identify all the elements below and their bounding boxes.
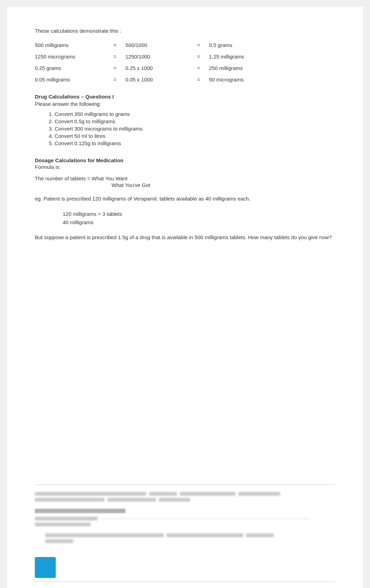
calc-row-4: 0.05 milligrams = 0.05 x 1000 = 50 micro… — [35, 77, 335, 83]
calc-row-3-col2: = — [105, 65, 125, 71]
calc-row-1: 500 milligrams = 500/1000 = 0.5 grams — [35, 42, 335, 48]
questions-title: Drug Calculations – Questions I — [35, 94, 335, 100]
calc-line-2: 40 milligrams — [63, 218, 335, 227]
calc-row-3-col1: 0.25 grams — [35, 65, 105, 71]
question-item-5: 5. Convert 0.125g to milligrams — [49, 140, 335, 146]
calc-row-1-col3: 500/1000 — [125, 42, 188, 48]
calc-row-1-col1: 500 milligrams — [35, 42, 105, 48]
questions-list: 1. Convert 350 milligrams to grams 2. Co… — [35, 111, 335, 146]
calc-row-4-col1: 0.05 milligrams — [35, 77, 105, 83]
formula-block: The number of tablets = What You Want Wh… — [35, 175, 335, 188]
calc-row-2-col4: = — [188, 54, 209, 60]
blurred-block-item — [35, 533, 335, 543]
questions-subtitle: Please answer the following: — [35, 101, 335, 107]
calc-row-1-col2: = — [105, 42, 125, 48]
question-item-4: 4. Convert 50 ml to litres — [49, 133, 335, 139]
questions-section: Drug Calculations – Questions I Please a… — [35, 94, 335, 146]
calc-row-2-col3: 1250/1000 — [125, 54, 188, 60]
suppose-text: But suppose a patient is prescribed 1.5g… — [35, 234, 335, 242]
dosage-title: Dosage Calculations for Medication — [35, 157, 335, 163]
calc-row-3-col4: = — [188, 65, 209, 71]
formula-line-1: The number of tablets = What You Want — [35, 175, 335, 181]
example-calc: 120 milligrams = 3 tablets 40 milligrams — [35, 210, 335, 227]
calculations-table: 500 milligrams = 500/1000 = 0.5 grams 12… — [35, 42, 335, 83]
question-item-2: 2. Convert 0.5g to milligrams — [49, 118, 335, 124]
calc-row-3-col3: 0.25 x 1000 — [125, 65, 188, 71]
question-item-3: 3. Convert 300 micrograms to milligrams — [49, 126, 335, 132]
calc-row-1-col4: = — [188, 42, 209, 48]
calc-row-3-col5: 250 milligrams — [209, 65, 279, 71]
intro-text: These calculations demonstrate this : — [35, 28, 335, 34]
blue-square-button[interactable] — [35, 557, 56, 578]
calc-row-1-col5: 0.5 grams — [209, 42, 279, 48]
calc-row-2: 1250 micrograms = 1250/1000 = 1.25 milli… — [35, 54, 335, 60]
calc-row-4-col3: 0.05 x 1000 — [125, 77, 188, 83]
question-item-1: 1. Convert 350 milligrams to grams — [49, 111, 335, 117]
calc-row-3: 0.25 grams = 0.25 x 1000 = 250 milligram… — [35, 65, 335, 71]
dosage-formula-label: Formula is: — [35, 164, 335, 170]
calc-row-2-col1: 1250 micrograms — [35, 54, 105, 60]
blurred-bottom-section — [7, 485, 363, 588]
calc-row-2-col5: 1.25 milligrams — [209, 54, 279, 60]
blurred-block-1 — [35, 492, 335, 502]
dosage-section: Dosage Calculations for Medication Formu… — [35, 157, 335, 241]
calc-line-1: 120 milligrams = 3 tablets — [63, 210, 335, 218]
example-text: eg. Patient is prescribed 120 milligrams… — [35, 195, 335, 203]
calc-row-4-col2: = — [105, 77, 125, 83]
formula-line-2: What You've Got — [35, 182, 335, 188]
blurred-block-heading — [35, 509, 335, 526]
calc-row-2-col2: = — [105, 54, 125, 60]
calc-row-4-col4: = — [188, 77, 209, 83]
calc-row-4-col5: 50 micrograms — [209, 77, 279, 83]
